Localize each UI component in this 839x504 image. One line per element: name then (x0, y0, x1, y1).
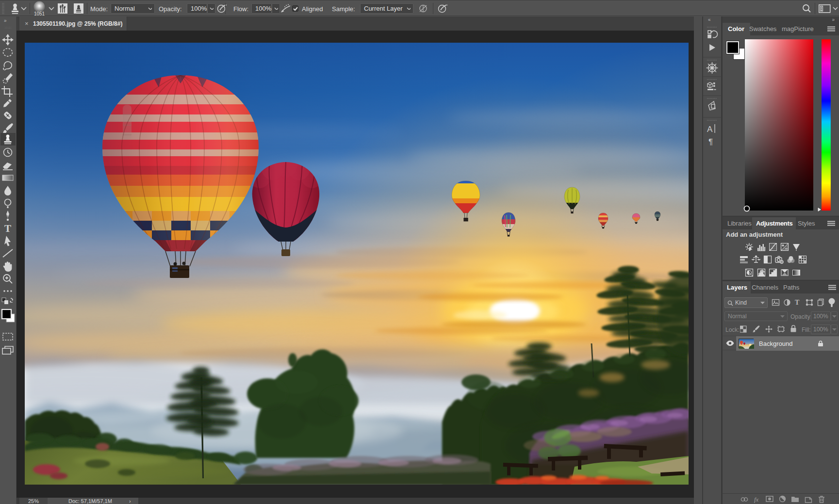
svg-text:T: T (795, 299, 800, 306)
svg-text:A: A (707, 125, 713, 134)
svg-text:»: » (4, 18, 7, 23)
svg-text:«: « (708, 17, 711, 22)
svg-text:¶: ¶ (708, 137, 713, 146)
svg-text:T: T (4, 223, 11, 234)
svg-text:fx: fx (754, 496, 759, 503)
